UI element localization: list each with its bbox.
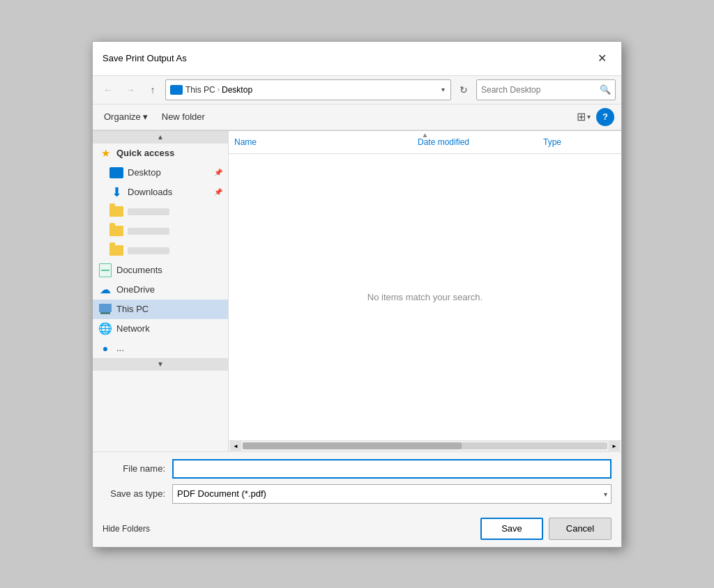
footer-buttons: Save Cancel	[480, 518, 612, 540]
horizontal-scrollbar: ◄ ►	[229, 440, 621, 451]
title-bar: Save Print Output As ✕	[93, 42, 621, 76]
bottom-form: File name: Save as type: PDF Document (*…	[93, 451, 621, 516]
folder3-icon	[109, 245, 123, 256]
close-button[interactable]: ✕	[592, 49, 612, 68]
footer: Hide Folders Save Cancel	[93, 516, 621, 547]
savetype-row: Save as type: PDF Document (*.pdf) All F…	[102, 484, 612, 504]
dialog-title: Save Print Output As	[102, 53, 187, 63]
sidebar-label-quickaccess: Quick access	[116, 148, 174, 158]
network-icon: 🌐	[98, 323, 112, 334]
breadcrumb-bar[interactable]: This PC › Desktop ▾	[165, 79, 451, 100]
folder2-icon	[109, 226, 123, 237]
organize-label: Organize	[104, 111, 141, 122]
sidebar-item-network[interactable]: 🌐 Network	[93, 319, 228, 339]
sidebar-label-thispc: This PC	[116, 304, 149, 314]
view-toggle-button[interactable]: ⊞ ▾	[577, 110, 591, 123]
breadcrumb-desktop[interactable]: Desktop	[222, 85, 252, 95]
refresh-button[interactable]: ↻	[454, 80, 473, 100]
sidebar-label-folder2	[128, 228, 169, 235]
more-icon: ●	[98, 343, 112, 354]
sidebar: ▲ ★ Quick access Desktop 📌	[93, 131, 229, 451]
breadcrumb-sep1: ›	[218, 86, 220, 93]
filename-label: File name:	[102, 463, 172, 474]
up-icon: ↑	[151, 84, 155, 95]
breadcrumb-path: This PC › Desktop	[185, 85, 252, 95]
sidebar-item-onedrive[interactable]: ☁ OneDrive	[93, 280, 228, 300]
view-arrow-icon: ▾	[587, 113, 591, 121]
savetype-label: Save as type:	[102, 488, 172, 499]
help-button[interactable]: ?	[596, 108, 614, 126]
back-button[interactable]: ←	[98, 80, 118, 100]
action-bar: Organize ▾ New folder ⊞ ▾ ?	[93, 105, 621, 130]
sidebar-item-more[interactable]: ● ...	[93, 339, 228, 358]
sidebar-item-folder1[interactable]	[93, 202, 228, 222]
star-icon: ★	[98, 148, 112, 159]
h-scroll-thumb[interactable]	[243, 442, 462, 449]
new-folder-button[interactable]: New folder	[158, 109, 209, 124]
organize-arrow-icon: ▾	[143, 111, 148, 122]
sidebar-item-quickaccess[interactable]: ★ Quick access	[93, 144, 228, 163]
scroll-up-icon: ▲	[157, 133, 164, 141]
breadcrumb-dropdown-button[interactable]: ▾	[440, 86, 446, 93]
sidebar-label-folder3	[128, 247, 169, 254]
pin-icon-downloads: 📌	[214, 188, 222, 196]
sidebar-label-network: Network	[116, 323, 150, 334]
navigation-toolbar: ← → ↑ This PC › Desktop ▾ ↻ 🔍	[93, 76, 621, 105]
organize-button[interactable]: Organize ▾	[100, 109, 152, 124]
col-date-header[interactable]: Date modified	[412, 134, 538, 150]
onedrive-icon: ☁	[98, 284, 112, 295]
sidebar-label-desktop: Desktop	[128, 167, 161, 178]
desktop-icon	[109, 167, 123, 178]
savetype-wrap: PDF Document (*.pdf) All Files (*.*) ▾	[172, 484, 612, 504]
sidebar-item-folder2[interactable]	[93, 222, 228, 241]
file-list-empty: No items match your search.	[229, 154, 621, 440]
col-name-header[interactable]: Name	[229, 134, 412, 150]
sidebar-item-desktop[interactable]: Desktop 📌	[93, 163, 228, 183]
file-list-header: ▲ Name Date modified Type	[229, 131, 621, 154]
sidebar-item-downloads[interactable]: ⬇ Downloads 📌	[93, 183, 228, 202]
filename-row: File name:	[102, 459, 612, 479]
breadcrumb-pc-icon	[170, 85, 183, 95]
search-box: 🔍	[476, 79, 616, 100]
col-type-header[interactable]: Type	[538, 134, 621, 150]
sidebar-label-folder1	[128, 208, 169, 215]
empty-message: No items match your search.	[367, 292, 483, 302]
h-scroll-track	[243, 442, 607, 449]
scroll-down-icon: ▼	[157, 360, 164, 368]
breadcrumb-thispc[interactable]: This PC	[185, 85, 215, 95]
back-icon: ←	[103, 84, 113, 95]
sidebar-item-thispc[interactable]: This PC	[93, 300, 228, 319]
savetype-dropdown[interactable]: PDF Document (*.pdf) All Files (*.*)	[172, 484, 612, 504]
search-input[interactable]	[481, 85, 600, 95]
forward-button[interactable]: →	[121, 80, 140, 100]
sidebar-scroll-up[interactable]: ▲	[93, 131, 228, 144]
sidebar-item-folder3[interactable]	[93, 241, 228, 261]
sidebar-label-documents: Documents	[116, 265, 162, 275]
save-button[interactable]: Save	[480, 518, 543, 540]
cancel-button[interactable]: Cancel	[549, 518, 612, 540]
main-area: ▲ ★ Quick access Desktop 📌	[93, 131, 621, 451]
forward-icon: →	[126, 84, 135, 95]
documents-icon	[98, 265, 112, 276]
refresh-icon: ↻	[459, 84, 468, 95]
sidebar-scroll-down[interactable]: ▼	[93, 358, 228, 371]
sidebar-label-onedrive: OneDrive	[116, 284, 155, 295]
filename-input-wrap	[172, 459, 612, 479]
filename-input[interactable]	[172, 459, 612, 479]
hide-folders-link[interactable]: Hide Folders	[102, 524, 150, 534]
thispc-icon	[98, 304, 112, 315]
sidebar-label-downloads: Downloads	[128, 187, 172, 197]
view-icon: ⊞	[577, 110, 586, 123]
sidebar-item-documents[interactable]: Documents	[93, 261, 228, 280]
pin-icon: 📌	[214, 169, 222, 176]
save-dialog: Save Print Output As ✕ ← → ↑ This PC › D…	[92, 41, 622, 548]
h-scroll-left-btn[interactable]: ◄	[230, 441, 241, 451]
downloads-icon: ⬇	[109, 187, 123, 198]
up-button[interactable]: ↑	[143, 80, 162, 100]
folder1-icon	[109, 206, 123, 217]
file-scroll-up[interactable]: ▲	[422, 131, 429, 139]
file-area: ▲ Name Date modified Type No items match…	[229, 131, 621, 451]
main-wrapper: ▲ ★ Quick access Desktop 📌	[93, 130, 621, 451]
h-scroll-right-btn[interactable]: ►	[609, 441, 620, 451]
sidebar-label-more: ...	[116, 343, 124, 353]
